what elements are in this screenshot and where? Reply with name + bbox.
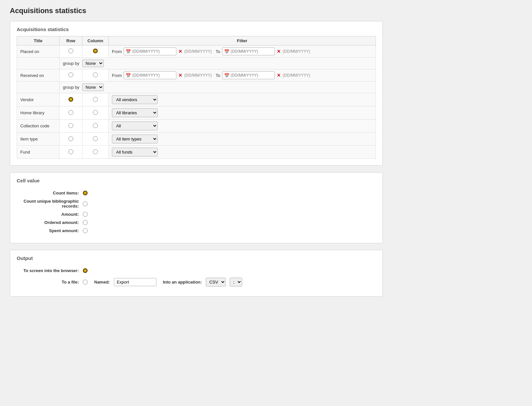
cv-label-0: Count items:	[23, 191, 79, 195]
to-placeholder-text: (DD/MM/YYYY)	[283, 73, 310, 78]
to-placeholder-text: (DD/MM/YYYY)	[283, 49, 310, 54]
output-row: To a file:Named:Into an application:CSV;	[23, 278, 369, 286]
col-header-title: Title	[17, 36, 60, 46]
cv-radio-3[interactable]	[83, 220, 88, 225]
clear-to-btn[interactable]: ✕	[277, 49, 281, 54]
clear-from-btn[interactable]: ✕	[178, 49, 182, 54]
output-radio-1[interactable]	[83, 280, 88, 285]
cell-value-grid: Count items:Count unique bibliographic r…	[17, 187, 376, 236]
output-label-0: To screen into the browser:	[23, 268, 79, 273]
filter-select-6[interactable]: All funds	[112, 148, 158, 157]
named-label: Named:	[94, 280, 110, 285]
cv-label-4: Spent amount:	[23, 228, 79, 233]
groupby-row: group byNone	[17, 58, 376, 69]
row-title-0: Placed on	[17, 46, 60, 58]
calendar-icon-from[interactable]: 📅	[125, 48, 131, 54]
row-radio-2[interactable]	[68, 97, 73, 102]
clear-to-btn[interactable]: ✕	[277, 73, 281, 78]
cv-label-1: Count unique bibliographic records:	[23, 199, 79, 209]
calendar-icon-from[interactable]: 📅	[125, 72, 131, 78]
from-input-0[interactable]	[132, 49, 175, 54]
col-radio-5[interactable]	[93, 136, 98, 141]
calendar-icon-to[interactable]: 📅	[224, 72, 230, 78]
from-placeholder-text: (DD/MM/YYYY)	[184, 73, 212, 78]
acquisitions-table: Title Row Column Filter Placed onFrom📅✕(…	[17, 36, 376, 159]
cv-label-2: Amount:	[23, 212, 79, 217]
into-label: Into an application:	[163, 280, 202, 285]
col-radio-6[interactable]	[93, 149, 98, 154]
cell-value-title: Cell value	[17, 178, 376, 183]
col-radio-4[interactable]	[93, 123, 98, 128]
row-title-2: Vendor	[17, 93, 60, 106]
groupby-select-0[interactable]: None	[82, 60, 104, 67]
groupby-label: group by	[63, 85, 80, 90]
row-radio-1[interactable]	[68, 72, 73, 77]
row-title-6: Fund	[17, 146, 60, 159]
separator-select[interactable]: ;	[230, 278, 242, 286]
row-radio-3[interactable]	[68, 110, 73, 115]
col-radio-3[interactable]	[93, 110, 98, 115]
groupby-label: group by	[63, 61, 80, 66]
from-placeholder-text: (DD/MM/YYYY)	[184, 49, 212, 54]
col-radio-2[interactable]	[93, 97, 98, 102]
acquisitions-section-title: Acquisitions statistics	[17, 27, 376, 32]
filter-select-3[interactable]: All libraries	[112, 108, 158, 117]
to-input-0[interactable]	[231, 49, 273, 54]
output-section: Output To screen into the browser:To a f…	[10, 250, 383, 297]
col-radio-0[interactable]	[93, 48, 98, 53]
table-row: Collection codeAll	[17, 120, 376, 133]
page-title: Acquisitions statistics	[10, 7, 383, 15]
to-label: To	[216, 49, 220, 54]
named-input[interactable]	[114, 278, 156, 286]
col-header-filter: Filter	[109, 36, 376, 46]
table-row: Placed onFrom📅✕(DD/MM/YYYY)To📅✕(DD/MM/YY…	[17, 46, 376, 58]
cell-value-row: Count items:	[23, 191, 369, 195]
cell-value-row: Ordered amount:	[23, 220, 369, 225]
cv-radio-0[interactable]	[83, 191, 88, 195]
output-section-title: Output	[17, 255, 376, 261]
cv-radio-1[interactable]	[83, 201, 88, 206]
col-radio-1[interactable]	[93, 72, 98, 77]
table-row: Received onFrom📅✕(DD/MM/YYYY)To📅✕(DD/MM/…	[17, 69, 376, 82]
to-input-1[interactable]	[231, 73, 273, 78]
cv-radio-2[interactable]	[83, 212, 88, 217]
format-select[interactable]: CSV	[206, 278, 226, 286]
cell-value-row: Spent amount:	[23, 228, 369, 233]
cell-value-row: Amount:	[23, 212, 369, 217]
output-radio-0[interactable]	[83, 268, 88, 273]
table-row: Item typeAll item types	[17, 133, 376, 146]
calendar-icon-to[interactable]: 📅	[224, 48, 230, 54]
to-label: To	[216, 73, 220, 78]
groupby-select-1[interactable]: None	[82, 83, 104, 91]
filter-select-2[interactable]: All vendors	[112, 95, 158, 104]
clear-from-btn[interactable]: ✕	[178, 73, 182, 78]
row-title-4: Collection code	[17, 120, 60, 133]
row-radio-6[interactable]	[68, 149, 73, 154]
from-input-1[interactable]	[132, 73, 175, 78]
table-row: Home libraryAll libraries	[17, 106, 376, 120]
acquisitions-section: Acquisitions statistics Title Row Column…	[10, 21, 383, 166]
output-grid: To screen into the browser:To a file:Nam…	[17, 265, 376, 290]
col-header-row: Row	[60, 36, 82, 46]
row-title-3: Home library	[17, 106, 60, 120]
col-header-column: Column	[82, 36, 109, 46]
from-label: From	[112, 49, 122, 54]
groupby-row: group byNone	[17, 82, 376, 93]
table-row: FundAll funds	[17, 146, 376, 159]
filter-select-4[interactable]: All	[112, 121, 158, 130]
row-radio-4[interactable]	[68, 123, 73, 128]
row-title-1: Received on	[17, 69, 60, 82]
cv-label-3: Ordered amount:	[23, 220, 79, 225]
row-radio-5[interactable]	[68, 136, 73, 141]
output-label-1: To a file:	[23, 280, 79, 285]
cell-value-row: Count unique bibliographic records:	[23, 199, 369, 209]
table-row: VendorAll vendors	[17, 93, 376, 106]
row-title-5: Item type	[17, 133, 60, 146]
from-label: From	[112, 73, 122, 78]
cv-radio-4[interactable]	[83, 228, 88, 233]
row-radio-0[interactable]	[68, 48, 73, 53]
filter-select-5[interactable]: All item types	[112, 135, 158, 143]
cell-value-section: Cell value Count items:Count unique bibl…	[10, 172, 383, 243]
output-row: To screen into the browser:	[23, 268, 369, 273]
